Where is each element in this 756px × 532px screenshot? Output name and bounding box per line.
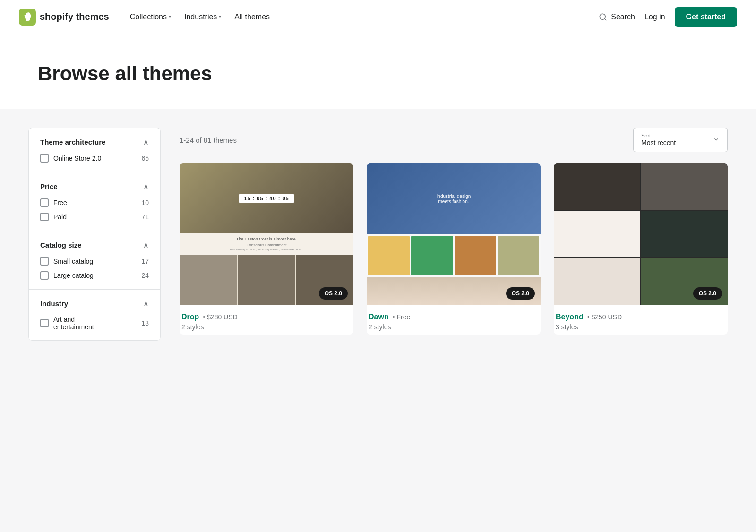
- drop-name-link[interactable]: Drop: [181, 313, 199, 321]
- filter-group-industry: Industry ∧ Art and entertainment 13: [29, 290, 160, 340]
- filter-item-small-catalog[interactable]: Small catalog 17: [40, 257, 149, 266]
- header-right: Search Log in Get started: [599, 7, 737, 27]
- dawn-info: Dawn • Free 2 styles: [367, 305, 541, 335]
- filter-item-large-catalog[interactable]: Large catalog 24: [40, 271, 149, 280]
- theme-grid-area: 1-24 of 81 themes Sort Most recent: [180, 128, 728, 341]
- filter-item-art-entertainment[interactable]: Art and entertainment 13: [40, 316, 149, 331]
- price-chevron-icon: ∧: [143, 182, 149, 191]
- catalog-size-chevron-icon: ∧: [143, 240, 149, 249]
- results-count: 1-24 of 81 themes: [180, 136, 237, 144]
- industries-chevron-icon: ▾: [219, 14, 221, 19]
- filter-group-catalog-size: Catalog size ∧ Small catalog 17 Large ca…: [29, 231, 160, 290]
- shopify-logo-icon: [19, 9, 36, 26]
- filter-item-paid[interactable]: Paid 71: [40, 213, 149, 221]
- beyond-info: Beyond • $250 USD 3 styles: [554, 305, 728, 335]
- main-content: Theme architecture ∧ Online Store 2.0 65…: [0, 109, 756, 360]
- dawn-styles: 2 styles: [369, 323, 539, 331]
- search-button[interactable]: Search: [599, 13, 635, 21]
- small-catalog-checkbox[interactable]: [40, 257, 49, 266]
- sidebar: Theme architecture ∧ Online Store 2.0 65…: [28, 128, 161, 341]
- nav-industries[interactable]: Industries ▾: [179, 9, 227, 25]
- filter-price-header[interactable]: Price ∧: [40, 182, 149, 191]
- sort-dropdown[interactable]: Sort Most recent: [633, 128, 728, 152]
- logo[interactable]: shopify themes: [19, 9, 109, 26]
- beyond-name-link[interactable]: Beyond: [556, 313, 584, 321]
- search-icon: [599, 13, 607, 21]
- sort-chevron-icon: [713, 136, 720, 144]
- beyond-styles: 3 styles: [556, 323, 726, 331]
- theme-architecture-chevron-icon: ∧: [143, 137, 149, 146]
- theme-grid: 15 : 05 : 40 : 05 The Easton Coat is alm…: [180, 163, 728, 335]
- svg-line-2: [605, 18, 606, 20]
- get-started-button[interactable]: Get started: [675, 7, 737, 27]
- theme-card-drop[interactable]: 15 : 05 : 40 : 05 The Easton Coat is alm…: [180, 163, 353, 335]
- logo-text: shopify themes: [40, 11, 109, 22]
- art-entertainment-checkbox[interactable]: [40, 319, 49, 327]
- filter-industry-header[interactable]: Industry ∧: [40, 299, 149, 308]
- large-catalog-checkbox[interactable]: [40, 271, 49, 280]
- filter-theme-architecture-header[interactable]: Theme architecture ∧: [40, 137, 149, 146]
- drop-info: Drop • $280 USD 2 styles: [180, 305, 353, 335]
- drop-image: 15 : 05 : 40 : 05 The Easton Coat is alm…: [180, 163, 353, 305]
- hero-section: Browse all themes: [0, 34, 756, 109]
- login-button[interactable]: Log in: [644, 13, 665, 21]
- drop-os-badge: OS 2.0: [319, 287, 348, 300]
- industry-chevron-icon: ∧: [143, 299, 149, 308]
- theme-card-dawn[interactable]: Industrial designmeets fashion. OS 2.0: [367, 163, 541, 335]
- dawn-image: Industrial designmeets fashion. OS 2.0: [367, 163, 541, 305]
- drop-styles: 2 styles: [181, 323, 352, 331]
- main-nav: Collections ▾ Industries ▾ All themes: [124, 9, 584, 25]
- filter-group-price: Price ∧ Free 10 Paid 71: [29, 172, 160, 231]
- paid-checkbox[interactable]: [40, 213, 49, 221]
- filter-catalog-size-header[interactable]: Catalog size ∧: [40, 240, 149, 249]
- nav-collections[interactable]: Collections ▾: [124, 9, 177, 25]
- filter-item-free[interactable]: Free 10: [40, 198, 149, 207]
- beyond-os-badge: OS 2.0: [693, 287, 722, 300]
- dawn-name-link[interactable]: Dawn: [369, 313, 389, 321]
- page-title: Browse all themes: [38, 62, 718, 85]
- filter-item-online-store[interactable]: Online Store 2.0 65: [40, 154, 149, 163]
- online-store-checkbox[interactable]: [40, 154, 49, 163]
- dawn-os-badge: OS 2.0: [506, 287, 535, 300]
- beyond-image: OS 2.0: [554, 163, 728, 305]
- grid-header: 1-24 of 81 themes Sort Most recent: [180, 128, 728, 152]
- free-checkbox[interactable]: [40, 198, 49, 207]
- header: shopify themes Collections ▾ Industries …: [0, 0, 756, 34]
- nav-all-themes[interactable]: All themes: [229, 9, 275, 25]
- filter-section: Theme architecture ∧ Online Store 2.0 65…: [28, 128, 161, 341]
- theme-card-beyond[interactable]: OS 2.0 Beyond • $250 USD 3 styles: [554, 163, 728, 335]
- collections-chevron-icon: ▾: [169, 14, 171, 19]
- filter-group-theme-architecture: Theme architecture ∧ Online Store 2.0 65: [29, 128, 160, 172]
